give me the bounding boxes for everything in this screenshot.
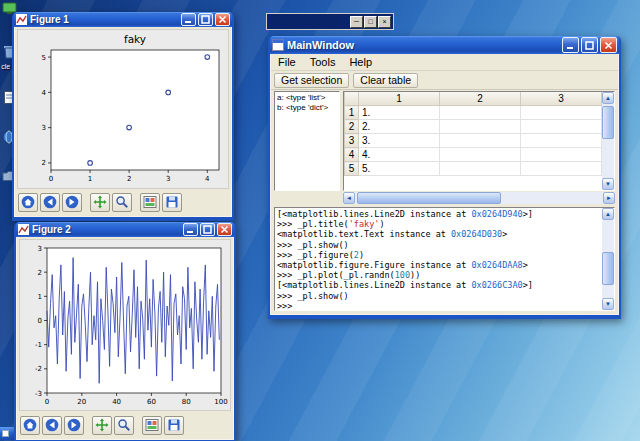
- variables-panel[interactable]: a: <type 'list'> b: <type 'dict'>: [274, 91, 340, 191]
- column-header[interactable]: 1: [359, 92, 440, 106]
- table-cell[interactable]: 4.: [359, 148, 440, 162]
- table-cell[interactable]: [440, 106, 521, 120]
- table-cell[interactable]: [521, 162, 602, 176]
- maximize-button[interactable]: □: [364, 16, 377, 28]
- back-icon: [43, 195, 57, 209]
- back-button[interactable]: [40, 193, 60, 212]
- svg-text:4: 4: [205, 175, 210, 183]
- table-cell[interactable]: 2.: [359, 120, 440, 134]
- svg-text:1: 1: [88, 175, 92, 183]
- scroll-left-button[interactable]: ◄: [343, 192, 355, 204]
- svg-text:0: 0: [45, 398, 49, 406]
- figure2-chart: 020406080100-3-2-10123: [20, 240, 230, 410]
- home-button[interactable]: [18, 193, 38, 212]
- maximize-button[interactable]: [200, 223, 215, 236]
- table-cell[interactable]: [440, 120, 521, 134]
- column-header[interactable]: 3: [521, 92, 602, 106]
- window-title: Figure 1: [30, 14, 178, 25]
- figure1-canvas[interactable]: 012342345faky: [17, 29, 229, 189]
- table-cell[interactable]: [440, 148, 521, 162]
- column-header[interactable]: 2: [440, 92, 521, 106]
- forward-button[interactable]: [64, 416, 84, 435]
- main-window-titlebar[interactable]: MainWindow: [270, 36, 619, 54]
- svg-text:-2: -2: [35, 365, 42, 373]
- save-icon: [165, 195, 179, 209]
- table-cell[interactable]: 1.: [359, 106, 440, 120]
- table-cell[interactable]: [440, 162, 521, 176]
- svg-text:-1: -1: [35, 341, 42, 349]
- table-cell[interactable]: [521, 134, 602, 148]
- row-header[interactable]: 5: [345, 162, 359, 176]
- menu-help[interactable]: Help: [342, 56, 379, 68]
- scroll-up-button[interactable]: ▲: [602, 92, 614, 104]
- minimize-button[interactable]: ─: [350, 16, 363, 28]
- minimize-button[interactable]: [183, 223, 198, 236]
- figure2-titlebar[interactable]: Figure 2: [16, 222, 234, 237]
- svg-text:3: 3: [42, 124, 46, 132]
- row-header[interactable]: 2: [345, 120, 359, 134]
- save-button[interactable]: [164, 416, 184, 435]
- svg-text:3: 3: [38, 245, 42, 253]
- subplots-button[interactable]: [140, 193, 160, 212]
- variable-item[interactable]: b: <type 'dict'>: [277, 103, 339, 113]
- scroll-up-button[interactable]: ▲: [602, 208, 614, 220]
- forward-icon: [67, 418, 81, 432]
- table-cell[interactable]: [440, 134, 521, 148]
- console-line: >>> _pl.figure(2): [277, 250, 600, 260]
- forward-button[interactable]: [62, 193, 82, 212]
- row-header[interactable]: 1: [345, 106, 359, 120]
- subplots-button[interactable]: [142, 416, 162, 435]
- menu-tools[interactable]: Tools: [303, 56, 343, 68]
- minimize-button[interactable]: [562, 37, 579, 53]
- table-vscrollbar[interactable]: ▲ ▼: [602, 92, 614, 190]
- console-vscrollbar[interactable]: ▲ ▼: [602, 208, 614, 310]
- svg-text:2: 2: [127, 175, 131, 183]
- table-hscrollbar[interactable]: ◄ ►: [343, 192, 615, 204]
- clear-table-button[interactable]: Clear table: [353, 73, 418, 88]
- console-line: [<matplotlib.lines.Line2D instance at 0x…: [277, 209, 600, 219]
- table-cell[interactable]: [521, 120, 602, 134]
- save-button[interactable]: [162, 193, 182, 212]
- variable-item[interactable]: a: <type 'list'>: [277, 93, 339, 103]
- scrollbar-thumb[interactable]: [602, 106, 614, 139]
- scrollbar-thumb[interactable]: [357, 192, 501, 204]
- figure2-canvas[interactable]: 020406080100-3-2-10123: [19, 239, 231, 411]
- svg-text:faky: faky: [124, 33, 146, 45]
- row-header[interactable]: 3: [345, 134, 359, 148]
- background-window-titlebar[interactable]: ─ □ ×: [266, 13, 394, 30]
- scrollbar-thumb[interactable]: [602, 252, 614, 285]
- close-button[interactable]: [217, 223, 232, 236]
- subplots-icon: [145, 418, 159, 432]
- maximize-button[interactable]: [581, 37, 598, 53]
- svg-text:1: 1: [38, 293, 42, 301]
- close-button[interactable]: ×: [378, 16, 391, 28]
- row-header[interactable]: 4: [345, 148, 359, 162]
- figure1-titlebar[interactable]: Figure 1: [14, 12, 232, 27]
- data-table[interactable]: 12311.22.33.44.55.: [344, 92, 602, 190]
- zoom-button[interactable]: [112, 193, 132, 212]
- close-button[interactable]: [215, 13, 230, 26]
- zoom-icon: [117, 418, 131, 432]
- menu-file[interactable]: File: [271, 56, 303, 68]
- table-cell[interactable]: 5.: [359, 162, 440, 176]
- table-cell[interactable]: [521, 106, 602, 120]
- pan-button[interactable]: [90, 193, 110, 212]
- pan-button[interactable]: [92, 416, 112, 435]
- scroll-right-button[interactable]: ►: [603, 192, 615, 204]
- minimize-button[interactable]: [181, 13, 196, 26]
- zoom-button[interactable]: [114, 416, 134, 435]
- svg-text:3: 3: [166, 175, 170, 183]
- table-cell[interactable]: [521, 148, 602, 162]
- home-button[interactable]: [20, 416, 40, 435]
- maximize-button[interactable]: [198, 13, 213, 26]
- get-selection-button[interactable]: Get selection: [274, 73, 349, 88]
- scroll-down-button[interactable]: ▼: [602, 178, 614, 190]
- save-icon: [167, 418, 181, 432]
- figure2-window: Figure 2 020406080100-3-2-10123: [14, 222, 236, 441]
- main-content: a: <type 'list'> b: <type 'dict'> 12311.…: [271, 89, 618, 314]
- back-button[interactable]: [42, 416, 62, 435]
- table-cell[interactable]: 3.: [359, 134, 440, 148]
- scroll-down-button[interactable]: ▼: [602, 298, 614, 310]
- console-text[interactable]: [<matplotlib.lines.Line2D instance at 0x…: [277, 209, 600, 309]
- close-button[interactable]: [600, 37, 617, 53]
